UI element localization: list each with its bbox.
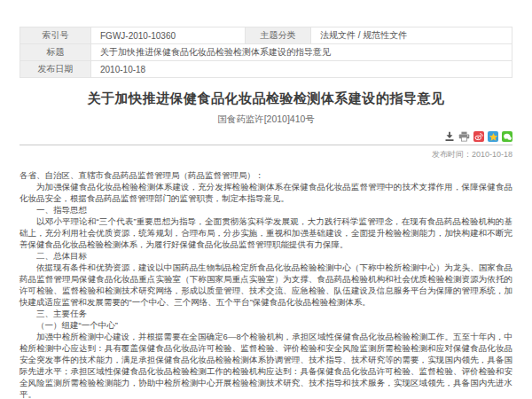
article-paragraph: 各省、自治区、直辖市食品药品监督管理局（药品监督管理局）： xyxy=(20,169,512,181)
meta-label-category: 主题分类 xyxy=(246,27,311,44)
qzone-share-icon[interactable] xyxy=(488,131,498,142)
download-icon[interactable] xyxy=(443,131,455,143)
meta-label-index-number: 索引号 xyxy=(20,27,91,44)
article-paragraph: 以邓小平理论和“三个代表”重要思想为指导，全面贯彻落实科学发展观，大力践行科学监… xyxy=(20,215,512,250)
meta-label-title: 标题 xyxy=(20,44,91,61)
article-toolbar xyxy=(20,130,512,143)
article-paragraph: 为加强保健食品化妆品检验检测体系建设，充分发挥检验检测体系在保健食品化妆品监督管… xyxy=(20,181,512,204)
article-title: 关于加快推进保健食品化妆品检验检测体系建设的指导意见 xyxy=(20,90,512,107)
article-section-heading: 三、主要任务 xyxy=(20,308,512,319)
article-section-heading: 二、总体目标 xyxy=(20,250,512,262)
publish-time-label: 发布时间： xyxy=(432,150,472,159)
meta-row-publish-date: 发布日期 2010-10-18 xyxy=(20,61,512,78)
publish-time: 发布时间：2010-10-18 xyxy=(20,149,512,160)
meta-row-index-category: 索引号 FGWJ-2010-10360 主题分类 法规文件 / 规范性文件 xyxy=(20,27,512,44)
wechat-share-icon[interactable] xyxy=(502,131,512,142)
article-body: 各省、自治区、直辖市食品药品监督管理局（药品监督管理局）： 为加强保健食品化妆品… xyxy=(20,169,512,399)
weibo-share-icon[interactable] xyxy=(473,131,484,142)
meta-value-title: 关于加快推进保健食品化妆品检验检测体系建设的指导意见 xyxy=(91,44,512,61)
document-meta-table: 索引号 FGWJ-2010-10360 主题分类 法规文件 / 规范性文件 标题… xyxy=(20,27,512,78)
article-paragraph: 依据现有条件和优势资源，建设以中国药品生物制品检定所食品化妆品检验检测中心（下称… xyxy=(20,262,512,308)
article-section-heading: 一、指导思想 xyxy=(20,204,512,215)
meta-row-title: 标题 关于加快推进保健食品化妆品检验检测体系建设的指导意见 xyxy=(20,44,512,61)
meta-label-publish-date: 发布日期 xyxy=(20,61,91,78)
print-icon[interactable] xyxy=(458,131,470,143)
article-subsection-heading: （一）组建“一个中心” xyxy=(20,319,512,331)
meta-value-category: 法规文件 / 规范性文件 xyxy=(311,27,512,44)
document-page: 索引号 FGWJ-2010-10360 主题分类 法规文件 / 规范性文件 标题… xyxy=(0,0,532,399)
publish-time-value: 2010-10-18 xyxy=(472,150,512,159)
article-paragraph: 加强中检所检测中心建设，并根据需要在全国确定6—8个检验机构，承担区域性保健食品… xyxy=(20,331,512,399)
meta-value-publish-date: 2010-10-18 xyxy=(91,61,512,78)
title-divider xyxy=(20,145,512,145)
document-number: 国食药监许[2010]410号 xyxy=(20,113,512,126)
meta-value-index-number: FGWJ-2010-10360 xyxy=(91,27,246,44)
